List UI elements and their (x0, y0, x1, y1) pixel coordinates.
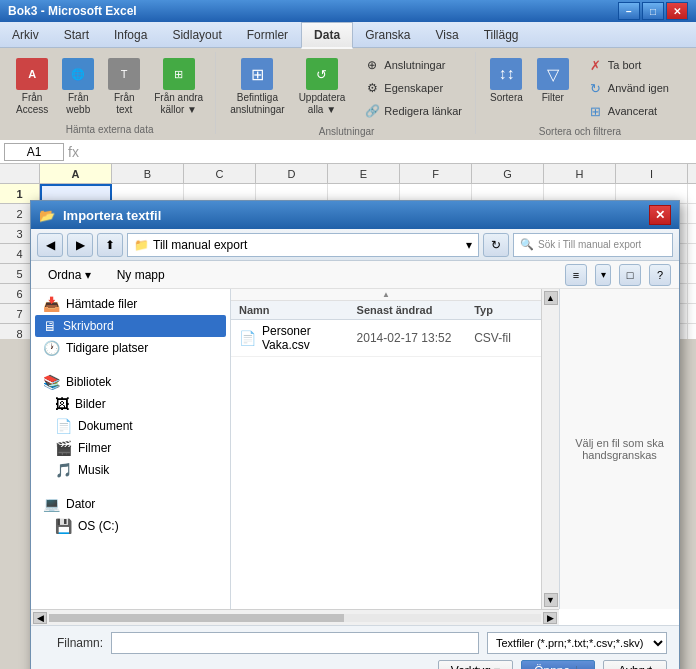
tab-granska[interactable]: Granska (353, 22, 423, 47)
scrollbar-up[interactable]: ▲ (544, 291, 558, 305)
from-text-button[interactable]: T Fråntext (102, 54, 146, 120)
tab-tillagg[interactable]: Tillägg (472, 22, 532, 47)
filter-button[interactable]: ▽ Filter (531, 54, 575, 107)
avancerat-button[interactable]: ⊞ Avancerat (581, 100, 676, 122)
egenskaper-button[interactable]: ⚙ Egenskaper (357, 77, 469, 99)
col-header-e[interactable]: E (328, 164, 400, 184)
anslutningar-small-button[interactable]: ⊕ Anslutningar (357, 54, 469, 76)
uppdatera-icon: ↺ (306, 58, 338, 90)
ta-bort-icon: ✗ (588, 57, 604, 73)
path-bar[interactable]: 📁 Till manual export ▾ (127, 233, 479, 257)
col-header-h[interactable]: H (544, 164, 616, 184)
tab-infoga[interactable]: Infoga (102, 22, 160, 47)
tab-sidlayout[interactable]: Sidlayout (160, 22, 234, 47)
cell-j6[interactable] (688, 284, 696, 304)
maximize-button[interactable]: □ (642, 2, 664, 20)
from-other-button[interactable]: ⊞ Från andrakällor ▼ (148, 54, 209, 120)
from-text-label: Fråntext (114, 92, 135, 116)
ta-bort-button[interactable]: ✗ Ta bort (581, 54, 676, 76)
scrollbar[interactable]: ▲ ▼ (541, 289, 559, 609)
tab-visa[interactable]: Visa (423, 22, 471, 47)
file-item-csv[interactable]: 📄 Personer Vaka.csv 2014-02-17 13:52 CSV… (231, 320, 541, 357)
anvand-igen-icon: ↻ (588, 80, 604, 96)
open-label: Öppna (534, 664, 570, 669)
sidebar-item-musik[interactable]: 🎵 Musik (35, 459, 226, 481)
col-header-name[interactable]: Namn (239, 304, 357, 316)
cell-j1[interactable] (688, 184, 696, 204)
uppdatera-button[interactable]: ↺ Uppdateraalla ▼ (293, 54, 352, 120)
file-item-date: 2014-02-17 13:52 (357, 331, 475, 345)
tab-data[interactable]: Data (301, 22, 353, 49)
filter-label: Filter (542, 92, 564, 103)
formula-input[interactable] (83, 145, 692, 159)
from-web-button[interactable]: 🌐 Frånwebb (56, 54, 100, 120)
tab-formler[interactable]: Formler (235, 22, 301, 47)
cell-j8[interactable] (688, 324, 696, 339)
col-header-type[interactable]: Typ (474, 304, 533, 316)
cell-j3[interactable] (688, 224, 696, 244)
h-scrollbar[interactable]: ◀ ▶ (31, 609, 559, 625)
col-header-g[interactable]: G (472, 164, 544, 184)
tab-arkiv[interactable]: Arkiv (0, 22, 52, 47)
filename-input[interactable] (111, 632, 479, 654)
sidebar-item-skrivbord[interactable]: 🖥 Skrivbord (35, 315, 226, 337)
ordna-button[interactable]: Ordna ▾ (39, 265, 100, 285)
col-header-c[interactable]: C (184, 164, 256, 184)
sidebar-item-bilder[interactable]: 🖼 Bilder (35, 393, 226, 415)
verktyg-button[interactable]: Verktyg ▾ (438, 660, 513, 669)
sidebar-item-dokument[interactable]: 📄 Dokument (35, 415, 226, 437)
sidebar-item-hamtade[interactable]: 📥 Hämtade filer (35, 293, 226, 315)
col-header-j[interactable]: J (688, 164, 696, 184)
sidebar-item-bibliotek[interactable]: 📚 Bibliotek (35, 371, 226, 393)
scroll-up-icon: ▲ (382, 290, 390, 299)
nav-forward-button[interactable]: ▶ (67, 233, 93, 257)
anvand-igen-button[interactable]: ↻ Använd igen (581, 77, 676, 99)
view-pane-button[interactable]: □ (619, 264, 641, 286)
help-button[interactable]: ? (649, 264, 671, 286)
dialog-close-button[interactable]: ✕ (649, 205, 671, 225)
refresh-button[interactable]: ↻ (483, 233, 509, 257)
col-header-f[interactable]: F (400, 164, 472, 184)
col-header-i[interactable]: I (616, 164, 688, 184)
sidebar-item-os-c[interactable]: 💾 OS (C:) (35, 515, 226, 537)
nav-back-button[interactable]: ◀ (37, 233, 63, 257)
sidebar-item-tidigare[interactable]: 🕐 Tidigare platser (35, 337, 226, 359)
filetype-dropdown[interactable]: Textfiler (*.prn;*.txt;*.csv;*.skv) (487, 632, 667, 654)
sortera-label: Sortera (490, 92, 523, 103)
cell-reference[interactable] (4, 143, 64, 161)
sortera-button[interactable]: ↕↕ Sortera (484, 54, 529, 107)
h-scroll-left[interactable]: ◀ (33, 612, 47, 624)
cell-j7[interactable] (688, 304, 696, 324)
open-dropdown-btn[interactable]: ▾ (576, 666, 594, 670)
redigera-button[interactable]: 🔗 Redigera länkar (357, 100, 469, 122)
befintliga-button[interactable]: ⊞ Befintligaanslutningar (224, 54, 290, 120)
ny-mapp-label: Ny mapp (117, 268, 165, 282)
tab-start[interactable]: Start (52, 22, 102, 47)
view-list-button[interactable]: ≡ (565, 264, 587, 286)
nav-up-button[interactable]: ⬆ (97, 233, 123, 257)
avancerat-label: Avancerat (608, 105, 657, 117)
col-header-b[interactable]: B (112, 164, 184, 184)
view-dropdown-button[interactable]: ▾ (595, 264, 611, 286)
dialog-menubar: Ordna ▾ Ny mapp ≡ ▾ □ ? (31, 261, 679, 289)
title-bar: Bok3 - Microsoft Excel − □ ✕ (0, 0, 696, 22)
sidebar-item-filmer[interactable]: 🎬 Filmer (35, 437, 226, 459)
open-button[interactable]: Öppna ▾ (521, 660, 595, 669)
cell-j2[interactable] (688, 204, 696, 224)
scrollbar-down[interactable]: ▼ (544, 593, 558, 607)
sidebar-item-dator[interactable]: 💻 Dator (35, 493, 226, 515)
from-access-button[interactable]: A FrånAccess (10, 54, 54, 120)
close-button[interactable]: ✕ (666, 2, 688, 20)
os-c-icon: 💾 (55, 518, 72, 534)
h-scroll-right[interactable]: ▶ (543, 612, 557, 624)
uppdatera-label: Uppdateraalla ▼ (299, 92, 346, 116)
col-header-a[interactable]: A (40, 164, 112, 184)
search-bar[interactable]: 🔍 Sök i Till manual export (513, 233, 673, 257)
minimize-button[interactable]: − (618, 2, 640, 20)
col-header-date[interactable]: Senast ändrad (357, 304, 475, 316)
ny-mapp-button[interactable]: Ny mapp (108, 265, 174, 285)
cancel-button[interactable]: Avbryt (603, 660, 667, 669)
col-header-d[interactable]: D (256, 164, 328, 184)
cell-j5[interactable] (688, 264, 696, 284)
cell-j4[interactable] (688, 244, 696, 264)
